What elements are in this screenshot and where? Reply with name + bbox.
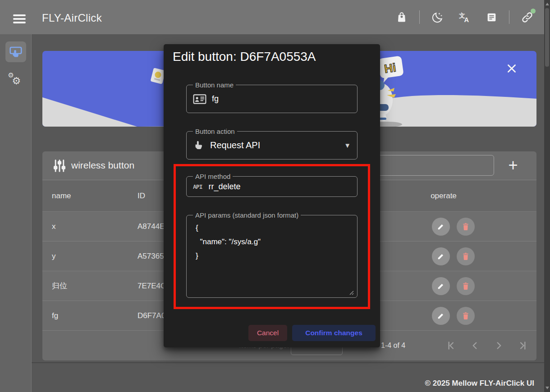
touch-click-icon (9, 45, 23, 59)
contact-badge-icon (193, 93, 206, 105)
dialog-title: Edit button: D6F7A0553A (173, 50, 316, 64)
api-params-value: { "name": "/sys/a.g" } (196, 221, 261, 263)
scroll-up-icon[interactable] (545, 3, 549, 5)
api-method-field[interactable]: API method API rr_delete (186, 176, 358, 197)
button-action-label: Button action (193, 128, 237, 135)
button-action-select[interactable]: Button action Request API ▼ (186, 131, 358, 160)
page-range: 1-4 of 4 (381, 342, 405, 350)
row-id: D6F7A0 (138, 301, 165, 330)
resize-handle-icon[interactable] (349, 290, 354, 295)
sliders-icon (52, 159, 67, 173)
previous-page-icon[interactable] (469, 340, 481, 351)
row-name: 归位 (52, 271, 67, 301)
row-id: 7E7E4C (138, 271, 166, 301)
banner-close-icon[interactable] (506, 63, 518, 74)
confirm-changes-button[interactable]: Confirm changes (292, 325, 376, 341)
menu-icon[interactable] (11, 14, 28, 24)
next-page-icon[interactable] (493, 340, 505, 351)
api-params-label: API params (standard json format) (193, 211, 301, 219)
last-page-icon[interactable] (517, 340, 529, 351)
toolbar-divider (419, 10, 420, 24)
edit-button[interactable] (432, 218, 450, 236)
button-name-value: fg (212, 94, 219, 104)
button-name-field[interactable]: Button name fg (186, 85, 358, 113)
page: FLY-AirClick 文 A (0, 0, 550, 392)
sidebar-item-settings[interactable]: ⚙⚙ (5, 69, 26, 90)
scroll-down-icon[interactable] (545, 387, 549, 389)
row-name: fg (52, 301, 58, 330)
edit-button[interactable] (432, 307, 450, 325)
svg-text:Hi: Hi (383, 61, 397, 76)
toolbar-divider (509, 10, 509, 24)
api-icon: API (193, 183, 202, 190)
chevron-down-icon: ▼ (344, 141, 351, 149)
column-header-id: ID (138, 180, 145, 211)
add-button[interactable]: + (500, 155, 526, 176)
edit-button[interactable] (432, 277, 450, 295)
settings-gears-icon: ⚙⚙ (8, 72, 23, 87)
touch-hand-icon (193, 140, 205, 151)
edit-button-dialog: Edit button: D6F7A0553A Button name fg B… (164, 44, 380, 347)
row-id: A57365 (138, 242, 164, 271)
column-header-operate: operate (417, 180, 471, 211)
link-icon[interactable] (518, 8, 536, 27)
dark-mode-icon[interactable] (428, 8, 447, 27)
content-footer-divider (32, 362, 544, 363)
delete-button[interactable] (457, 307, 475, 325)
button-name-label: Button name (193, 81, 236, 89)
connection-status-dot (531, 9, 536, 14)
docs-icon[interactable] (482, 8, 501, 27)
app-bar-actions: 文 A (392, 0, 536, 34)
svg-text:A: A (464, 16, 469, 23)
vertical-scrollbar[interactable] (544, 0, 550, 392)
panel-title: wireless button (71, 160, 134, 171)
sidebar-item-remote-buttons[interactable] (5, 41, 26, 62)
copyright: © 2025 Mellow FLY-AirClick UI (425, 379, 534, 388)
button-action-value: Request API (210, 140, 260, 150)
scrollbar-thumb[interactable] (545, 8, 549, 67)
first-page-icon[interactable] (445, 340, 457, 351)
sidebar: ⚙⚙ (0, 34, 32, 392)
delete-button[interactable] (457, 247, 475, 265)
translate-icon[interactable]: 文 A (455, 8, 474, 27)
dialog-actions: Cancel Confirm changes (164, 325, 380, 341)
row-name: y (52, 242, 56, 271)
delete-button[interactable] (457, 277, 475, 295)
api-method-label: API method (193, 173, 233, 180)
store-bag-icon (396, 11, 408, 23)
row-id: A8744E (138, 212, 165, 241)
edit-button[interactable] (432, 247, 450, 265)
api-params-textarea[interactable]: API params (standard json format) { "nam… (186, 215, 358, 298)
column-header-name: name (52, 180, 71, 211)
cancel-button[interactable]: Cancel (248, 325, 287, 341)
app-bar: FLY-AirClick 文 A (0, 0, 550, 34)
api-method-value: rr_delete (208, 182, 240, 191)
store-bag-icon[interactable] (392, 8, 411, 27)
delete-button[interactable] (457, 218, 475, 236)
row-name: x (52, 212, 56, 241)
app-title: FLY-AirClick (42, 12, 102, 24)
